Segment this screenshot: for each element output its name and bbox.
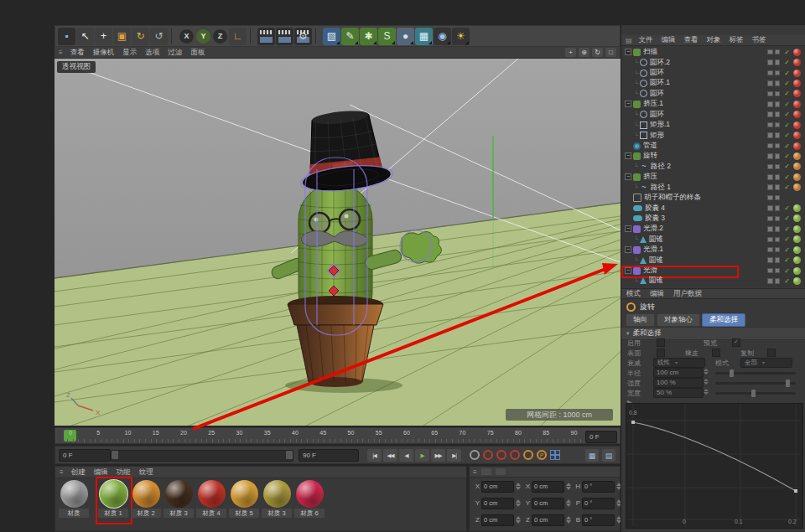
- current-frame-field[interactable]: 0 F: [585, 431, 617, 443]
- visibility-dot[interactable]: [767, 59, 773, 65]
- visibility-dot[interactable]: [775, 205, 781, 211]
- viewport-menu-item[interactable]: 过滤: [168, 48, 182, 58]
- timeline-ruler[interactable]: 051015202530354045505560657075808590 0 F: [55, 427, 621, 444]
- material-tag-icon[interactable]: [793, 225, 801, 233]
- coordinate-system-icon[interactable]: ∟: [229, 28, 247, 45]
- visibility-dot[interactable]: [767, 205, 773, 211]
- lock-x-axis-icon[interactable]: X: [179, 29, 194, 44]
- material-swatch[interactable]: 材质 3: [262, 480, 292, 518]
- goto-end-button[interactable]: ▶|: [447, 449, 461, 462]
- coordinate-value[interactable]: 0 °: [582, 498, 615, 509]
- object-row[interactable]: └圆环✓: [621, 89, 805, 99]
- visibility-dot[interactable]: [775, 49, 781, 55]
- enable-check[interactable]: ✓: [783, 90, 791, 97]
- material-menu-icon[interactable]: ≡: [60, 468, 64, 476]
- visibility-dot[interactable]: [767, 226, 773, 232]
- material-tag-icon[interactable]: [793, 142, 801, 150]
- material-menu-item[interactable]: 功能: [117, 467, 131, 478]
- clone-checkbox[interactable]: [767, 349, 776, 357]
- material-tag-icon[interactable]: [793, 101, 801, 108]
- attribute-mode-button[interactable]: 柔和选择: [702, 313, 745, 327]
- object-row[interactable]: └矩形.1✓: [621, 120, 805, 130]
- material-menu-item[interactable]: 编辑: [94, 467, 108, 478]
- attribute-tab[interactable]: 模式: [626, 289, 641, 299]
- object-row[interactable]: └圆环✓: [621, 68, 805, 78]
- viewport[interactable]: 网格间距 : 1000 cm Z X 透视视图: [55, 59, 621, 426]
- enable-check[interactable]: ✓: [783, 132, 791, 139]
- material-tag-icon[interactable]: [793, 111, 801, 118]
- object-manager-menu-icon[interactable]: ▤: [626, 37, 632, 44]
- coordinate-stepper[interactable]: [566, 499, 571, 507]
- enable-check[interactable]: ✓: [783, 225, 791, 233]
- object-row[interactable]: −光滑.1✓: [621, 245, 805, 255]
- strength-stepper[interactable]: [704, 379, 709, 385]
- enable-check[interactable]: ✓: [783, 246, 791, 254]
- record-pla-button[interactable]: P: [537, 450, 547, 460]
- width-field[interactable]: 50 %: [653, 388, 704, 398]
- visibility-dot[interactable]: [775, 132, 781, 138]
- record-scale-button[interactable]: [496, 450, 506, 460]
- visibility-dot[interactable]: [767, 91, 773, 97]
- object-row[interactable]: └圆环✓: [621, 110, 805, 120]
- material-tag-icon[interactable]: [793, 235, 801, 243]
- coordinates-lock-icon[interactable]: [496, 468, 506, 475]
- visibility-dot[interactable]: [775, 226, 781, 232]
- viewport-menu-item[interactable]: 显示: [122, 48, 137, 58]
- live-selection-tool-icon[interactable]: ↖: [76, 28, 94, 45]
- coordinate-stepper[interactable]: [566, 516, 571, 524]
- viewport-menu-item[interactable]: 摄像机: [93, 48, 115, 58]
- material-swatch[interactable]: 材质 1: [98, 480, 128, 518]
- mode-dropdown[interactable]: 全部▾: [740, 358, 792, 368]
- object-menu-item[interactable]: 编辑: [662, 35, 676, 45]
- material-ball[interactable]: [198, 480, 226, 508]
- material-tag-icon[interactable]: [793, 49, 801, 56]
- autokey-button[interactable]: ▦: [585, 449, 599, 462]
- visibility-dot[interactable]: [775, 101, 781, 107]
- enable-check[interactable]: ✓: [783, 204, 791, 212]
- coordinate-value[interactable]: 0 cm: [481, 514, 514, 526]
- add-deformer-icon[interactable]: S: [378, 28, 396, 45]
- material-tag-icon[interactable]: [793, 173, 801, 181]
- timeline-options-button[interactable]: ▤: [602, 449, 615, 462]
- object-row[interactable]: −挤压.1✓: [621, 99, 805, 109]
- enable-check[interactable]: ✓: [783, 59, 791, 66]
- range-end-field[interactable]: 90 F: [299, 449, 359, 462]
- goto-start-button[interactable]: |◀: [367, 449, 382, 462]
- expand-toggle[interactable]: −: [625, 101, 631, 107]
- material-swatch[interactable]: 材质: [59, 480, 89, 518]
- play-button[interactable]: ▶: [415, 449, 429, 462]
- falloff-dropdown[interactable]: 线性▾: [653, 358, 705, 368]
- coordinate-value[interactable]: 0 °: [582, 514, 615, 526]
- object-row[interactable]: 胶囊 3✓: [621, 214, 805, 224]
- visibility-dot[interactable]: [775, 268, 781, 274]
- timeline-strip[interactable]: 051015202530354045505560657075808590: [57, 429, 585, 442]
- visibility-dot[interactable]: [767, 164, 773, 170]
- enable-check[interactable]: ✓: [783, 70, 791, 77]
- object-row[interactable]: └路径 1✓: [621, 182, 805, 192]
- enable-check[interactable]: ✓: [783, 163, 791, 170]
- width-stepper[interactable]: [704, 389, 709, 395]
- enable-check[interactable]: ✓: [783, 256, 791, 264]
- object-row[interactable]: −旋转✓: [621, 151, 805, 161]
- material-tag-icon[interactable]: [793, 163, 801, 170]
- visibility-dot[interactable]: [767, 268, 773, 274]
- visibility-dot[interactable]: [767, 184, 773, 190]
- viewport-menu-item[interactable]: 查看: [70, 48, 85, 58]
- material-menu-item[interactable]: 创建: [71, 467, 86, 478]
- viewport-menu-icon[interactable]: ≡: [59, 49, 63, 56]
- coordinate-stepper[interactable]: [516, 516, 521, 524]
- material-swatch[interactable]: 材质 6: [294, 480, 325, 518]
- visibility-dot[interactable]: [775, 143, 781, 149]
- view-label[interactable]: 透视视图: [57, 61, 96, 73]
- object-row[interactable]: −光滑✓: [621, 266, 805, 276]
- object-menu-item[interactable]: 书签: [752, 35, 766, 45]
- zoom-view-icon[interactable]: ⊕: [579, 48, 589, 57]
- coordinates-menu-icon[interactable]: ≡: [473, 468, 477, 476]
- preview-checkbox[interactable]: [732, 338, 740, 347]
- visibility-dot[interactable]: [767, 247, 773, 253]
- object-menu-item[interactable]: 查看: [684, 35, 699, 45]
- object-row[interactable]: └矩形✓: [621, 130, 805, 140]
- coordinate-value[interactable]: 0 cm: [481, 498, 514, 509]
- visibility-dot[interactable]: [767, 70, 773, 76]
- visibility-dot[interactable]: [775, 122, 781, 128]
